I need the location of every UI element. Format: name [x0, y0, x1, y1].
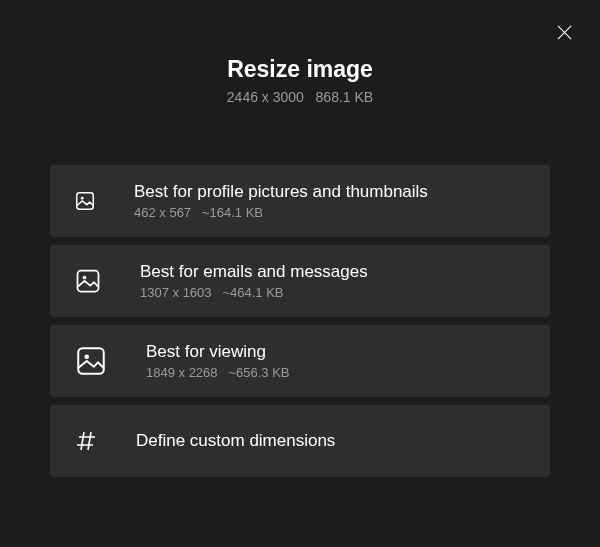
hash-icon [74, 429, 98, 453]
option-title: Best for emails and messages [140, 262, 368, 282]
image-medium-icon [74, 267, 102, 295]
close-button[interactable] [550, 18, 578, 46]
option-text: Best for viewing 1849 x 2268 ~656.3 KB [146, 342, 290, 380]
option-custom[interactable]: Define custom dimensions [50, 405, 550, 477]
svg-rect-4 [78, 348, 104, 374]
option-title: Best for viewing [146, 342, 290, 362]
option-title: Define custom dimensions [136, 431, 335, 451]
option-thumbnail[interactable]: Best for profile pictures and thumbnails… [50, 165, 550, 237]
option-email[interactable]: Best for emails and messages 1307 x 1603… [50, 245, 550, 317]
resize-options-list: Best for profile pictures and thumbnails… [0, 165, 600, 477]
image-small-icon [74, 190, 96, 212]
current-filesize: 868.1 KB [316, 89, 374, 105]
svg-point-3 [83, 276, 87, 280]
image-large-icon [74, 344, 108, 378]
svg-rect-0 [77, 193, 94, 210]
option-sub: 462 x 567 ~164.1 KB [134, 205, 428, 220]
option-sub: 1849 x 2268 ~656.3 KB [146, 365, 290, 380]
dialog-title: Resize image [0, 56, 600, 83]
dialog-header: Resize image 2446 x 3000 868.1 KB [0, 0, 600, 105]
close-icon [557, 25, 572, 40]
option-text: Best for emails and messages 1307 x 1603… [140, 262, 368, 300]
option-text: Best for profile pictures and thumbnails… [134, 182, 428, 220]
svg-point-1 [81, 197, 84, 200]
svg-point-5 [84, 354, 89, 359]
option-sub: 1307 x 1603 ~464.1 KB [140, 285, 368, 300]
dialog-subtitle: 2446 x 3000 868.1 KB [0, 89, 600, 105]
current-dimensions: 2446 x 3000 [227, 89, 304, 105]
option-viewing[interactable]: Best for viewing 1849 x 2268 ~656.3 KB [50, 325, 550, 397]
svg-rect-2 [78, 271, 99, 292]
option-text: Define custom dimensions [136, 431, 335, 451]
option-title: Best for profile pictures and thumbnails [134, 182, 428, 202]
